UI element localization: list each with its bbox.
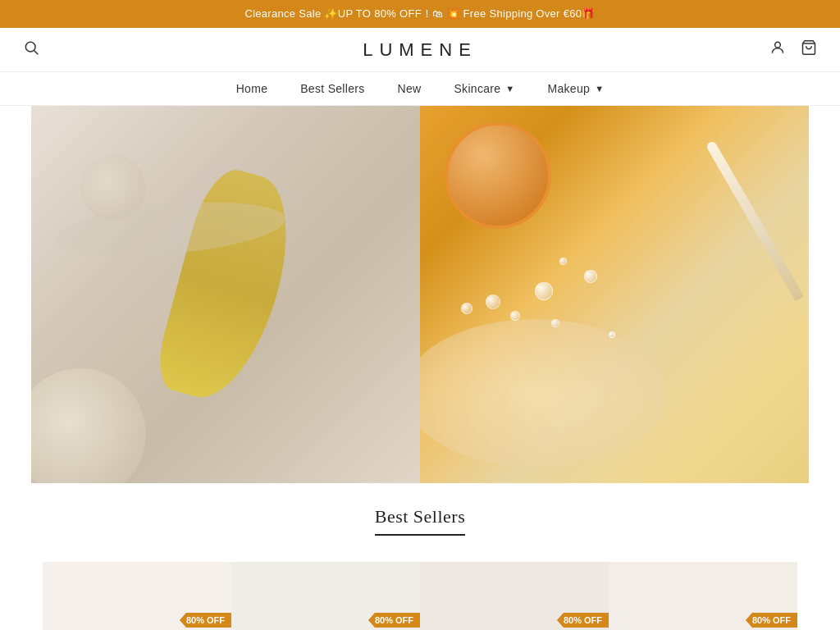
account-icon[interactable] xyxy=(769,39,786,60)
top-banner: Clearance Sale ✨UP TO 80% OFF！🛍 💥 Free S… xyxy=(0,0,840,28)
discount-badge-4: 80% OFF xyxy=(746,613,797,628)
nav-skincare[interactable]: Skincare ▼ xyxy=(454,82,514,95)
search-icon[interactable] xyxy=(23,39,39,60)
discount-badge-3: 80% OFF xyxy=(557,613,609,628)
bubble-7 xyxy=(461,303,472,314)
best-sellers-title: Best Sellers xyxy=(375,506,466,536)
header-left xyxy=(23,39,39,60)
hero-inner xyxy=(31,106,809,483)
hero-left-panel xyxy=(31,106,420,483)
nav-best-sellers[interactable]: Best Sellers xyxy=(300,82,364,95)
cream-blob xyxy=(31,368,146,483)
product-card-2[interactable]: 80% OFF xyxy=(231,562,420,630)
logo[interactable]: LUMENE xyxy=(363,39,477,61)
bubble-1 xyxy=(486,294,500,309)
product-row: 80% OFF 80% OFF 80% OFF 80% OFF xyxy=(0,562,840,630)
bubble-2 xyxy=(510,311,520,321)
best-sellers-section: Best Sellers xyxy=(0,483,840,549)
hero-banner xyxy=(0,106,840,483)
yellow-blob xyxy=(151,162,305,410)
cart-icon[interactable] xyxy=(801,39,817,60)
bubble-8 xyxy=(559,258,567,265)
product-card-1[interactable]: 80% OFF xyxy=(43,562,231,630)
bottle-cap xyxy=(445,122,551,229)
svg-point-0 xyxy=(25,42,35,52)
svg-line-1 xyxy=(34,51,39,55)
chevron-down-icon: ▼ xyxy=(505,84,514,94)
header: LUMENE xyxy=(0,28,840,72)
dropper-tool xyxy=(705,140,804,302)
header-right xyxy=(769,39,817,60)
banner-text: Clearance Sale ✨UP TO 80% OFF！🛍 💥 Free S… xyxy=(244,7,595,20)
hero-right-panel xyxy=(420,106,809,483)
bubble-5 xyxy=(584,270,597,283)
chevron-down-icon: ▼ xyxy=(595,84,604,94)
svg-point-2 xyxy=(775,42,781,48)
navigation: Home Best Sellers New Skincare ▼ Makeup … xyxy=(0,72,840,106)
product-card-4[interactable]: 80% OFF xyxy=(609,562,797,630)
discount-badge-1: 80% OFF xyxy=(180,613,231,628)
header-center: LUMENE xyxy=(363,39,477,61)
serum-pool xyxy=(420,319,666,467)
discount-badge-2: 80% OFF xyxy=(368,613,420,628)
product-card-3[interactable]: 80% OFF xyxy=(420,562,609,630)
nav-home[interactable]: Home xyxy=(236,82,268,95)
bubble-4 xyxy=(551,319,559,327)
nav-makeup[interactable]: Makeup ▼ xyxy=(548,82,605,95)
nav-new[interactable]: New xyxy=(398,82,422,95)
bubble-3 xyxy=(535,282,553,300)
bubble-6 xyxy=(609,331,615,338)
